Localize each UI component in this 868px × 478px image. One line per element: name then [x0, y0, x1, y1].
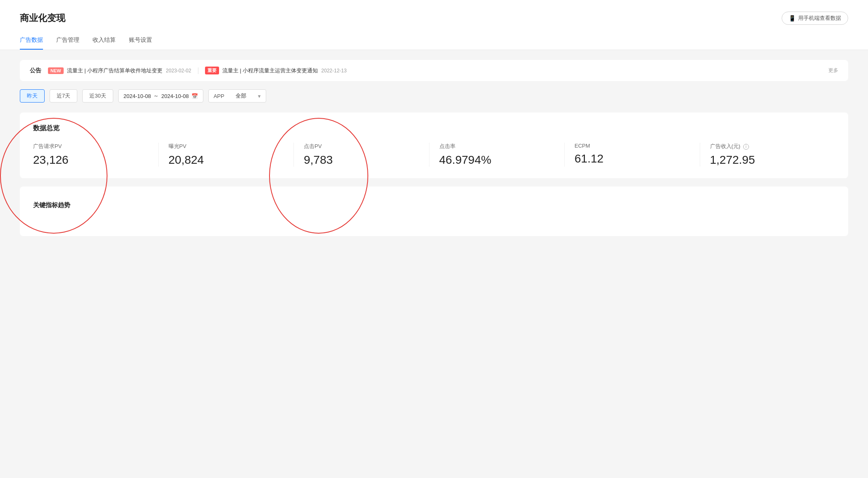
- tab-account[interactable]: 账号设置: [129, 33, 152, 50]
- notice-item-2: 重要 流量主 | 小程序流量主运营主体变更通知 2022-12-13: [205, 67, 347, 74]
- mobile-view-button[interactable]: 📱 用手机端查看数据: [782, 12, 848, 25]
- date-start: 2024-10-08: [124, 93, 151, 99]
- date-range-picker[interactable]: 2024-10-08 ～ 2024-10-08 📅: [118, 89, 203, 103]
- page-title: 商业化变现: [20, 12, 65, 24]
- notice-label: 公告: [30, 67, 41, 74]
- notice-tag-important: 重要: [205, 67, 219, 74]
- date-end: 2024-10-08: [161, 93, 189, 99]
- notice-bar: 公告 NEW 流量主 | 小程序广告结算单收件地址变更 2023-02-02 重…: [20, 60, 848, 81]
- stat-ctr: 点击率 46.9794%: [429, 143, 565, 167]
- content-area: 公告 NEW 流量主 | 小程序广告结算单收件地址变更 2023-02-02 重…: [0, 50, 868, 254]
- stats-section-title: 数据总览: [33, 124, 835, 133]
- stat-value-4: 46.9794%: [439, 153, 555, 167]
- notice-text-2[interactable]: 流量主 | 小程序流量主运营主体变更通知: [222, 67, 318, 74]
- mobile-btn-label: 用手机端查看数据: [798, 14, 841, 22]
- header: 商业化变现 📱 用手机端查看数据 广告数据 广告管理 收入结算 账号设置: [0, 0, 868, 50]
- app-filter-dropdown[interactable]: APP 全部 ▾: [208, 89, 266, 103]
- key-trends-title: 关键指标趋势: [33, 201, 835, 209]
- app-filter-prefix: APP: [214, 93, 224, 99]
- stat-label-4: 点击率: [439, 143, 555, 150]
- notice-divider: [198, 67, 198, 74]
- tab-ad-manage[interactable]: 广告管理: [56, 33, 79, 50]
- notice-more-link[interactable]: 更多: [828, 67, 838, 74]
- stat-label-1: 广告请求PV: [33, 143, 148, 150]
- stat-value-2: 20,824: [169, 153, 284, 167]
- filter-bar: 昨天 近7天 近30天 2024-10-08 ～ 2024-10-08 📅 AP…: [20, 89, 848, 103]
- page-wrapper: 商业化变现 📱 用手机端查看数据 广告数据 广告管理 收入结算 账号设置 公告: [0, 0, 868, 478]
- stat-ecpm: ECPM 61.12: [565, 143, 700, 167]
- stat-value-5: 61.12: [575, 152, 690, 165]
- preset-30days[interactable]: 近30天: [82, 89, 113, 103]
- tab-ad-data[interactable]: 广告数据: [20, 33, 43, 50]
- app-filter-value: 全部: [228, 92, 255, 100]
- notice-text-1[interactable]: 流量主 | 小程序广告结算单收件地址变更: [67, 67, 163, 74]
- stat-value-3: 9,783: [304, 153, 419, 167]
- stat-value-1: 23,126: [33, 153, 148, 167]
- tab-income[interactable]: 收入结算: [93, 33, 116, 50]
- stat-label-2: 曝光PV: [169, 143, 284, 150]
- key-trends-card: 关键指标趋势: [20, 186, 848, 236]
- stat-label-3: 点击PV: [304, 143, 419, 150]
- phone-icon: 📱: [789, 15, 796, 22]
- chevron-down-icon: ▾: [258, 93, 261, 99]
- stat-label-6: 广告收入(元) i: [710, 143, 825, 150]
- notice-date-1: 2023-02-02: [166, 68, 191, 74]
- date-separator: ～: [153, 92, 159, 100]
- stat-label-5: ECPM: [575, 143, 690, 149]
- stat-impression-pv: 曝光PV 20,824: [159, 143, 294, 167]
- preset-yesterday[interactable]: 昨天: [20, 89, 45, 103]
- stat-ad-request-pv: 广告请求PV 23,126: [33, 143, 159, 167]
- calendar-icon: 📅: [191, 93, 198, 99]
- stat-value-6: 1,272.95: [710, 153, 825, 167]
- preset-7days[interactable]: 近7天: [50, 89, 77, 103]
- tabs-nav: 广告数据 广告管理 收入结算 账号设置: [20, 33, 848, 50]
- notice-item-1: NEW 流量主 | 小程序广告结算单收件地址变更 2023-02-02: [48, 67, 191, 74]
- info-icon[interactable]: i: [743, 144, 749, 150]
- notice-tag-new: NEW: [48, 67, 64, 74]
- header-top: 商业化变现 📱 用手机端查看数据: [20, 12, 848, 25]
- stats-card: 数据总览 广告请求PV 23,126 曝光PV 20,824 点击PV: [20, 112, 848, 178]
- notice-date-2: 2022-12-13: [321, 68, 346, 74]
- stat-click-pv: 点击PV 9,783: [294, 143, 429, 167]
- stat-ad-revenue: 广告收入(元) i 1,272.95: [700, 143, 835, 167]
- stats-grid: 广告请求PV 23,126 曝光PV 20,824 点击PV 9,783: [33, 143, 835, 167]
